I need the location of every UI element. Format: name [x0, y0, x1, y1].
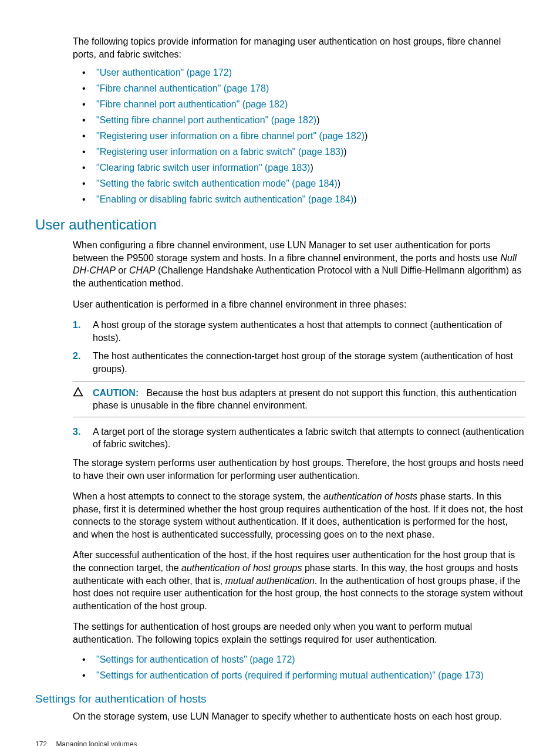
trailing-text: ) [338, 178, 340, 188]
subsection-heading-settings-hosts: Settings for authentication of hosts [35, 693, 525, 706]
step-text: The host authenticates the connection-ta… [93, 351, 513, 374]
topic-link[interactable]: "Setting fibre channel port authenticati… [96, 115, 316, 125]
list-item: 2.The host authenticates the connection-… [73, 350, 525, 375]
paragraph: When configuring a fibre channel environ… [73, 239, 525, 289]
trailing-text: ) [316, 115, 319, 125]
caution-callout: CAUTION: Because the host bus adapters a… [73, 382, 525, 417]
caution-text: Because the host bus adapters at present… [93, 388, 517, 411]
section-body: When configuring a fibre channel environ… [73, 239, 525, 680]
paragraph: The storage system performs user authent… [73, 457, 525, 482]
emphasis: mutual authentication [225, 576, 315, 586]
step-text: A host group of the storage system authe… [93, 320, 502, 343]
paragraph: When a host attempts to connect to the s… [73, 490, 525, 541]
text: When configuring a fibre channel environ… [73, 240, 500, 263]
topic-link[interactable]: "User authentication" (page 172) [96, 67, 232, 77]
topic-link[interactable]: "Fibre channel authentication" (page 178… [96, 83, 269, 93]
topic-link[interactable]: "Registering user information on a fibre… [96, 131, 365, 141]
topic-link[interactable]: "Clearing fabric switch user information… [96, 163, 310, 173]
subsection-body: On the storage system, use LUN Manager t… [73, 710, 525, 723]
emphasis: authentication of host groups [181, 563, 302, 573]
trailing-text: ) [365, 131, 367, 141]
paragraph: User authentication is performed in a fi… [73, 298, 525, 311]
text: or [116, 265, 129, 275]
paragraph: The settings for authentication of host … [73, 620, 525, 646]
list-item: 1.A host group of the storage system aut… [73, 319, 525, 344]
topic-link[interactable]: "Setting the fabric switch authenticatio… [96, 178, 338, 188]
ordered-list-phases: 1.A host group of the storage system aut… [73, 319, 525, 375]
list-item: "User authentication" (page 172) [82, 67, 525, 78]
list-item: "Setting fibre channel port authenticati… [82, 115, 525, 126]
step-number: 3. [73, 426, 80, 438]
topic-link-list: "User authentication" (page 172) "Fibre … [82, 67, 525, 205]
trailing-text: ) [343, 147, 346, 157]
list-item: "Registering user information on a fibre… [82, 131, 525, 141]
list-item: "Enabling or disabling fabric switch aut… [82, 194, 525, 205]
step-number: 2. [73, 350, 80, 363]
step-number: 1. [73, 319, 80, 332]
footer-title: Managing logical volumes [56, 740, 137, 746]
document-page: The following topics provide information… [0, 0, 560, 746]
list-item: "Clearing fabric switch user information… [82, 163, 525, 173]
topic-link[interactable]: "Fibre channel port authentication" (pag… [96, 99, 288, 109]
page-number: 172 [35, 740, 47, 746]
list-item: 3.A target port of the storage system au… [73, 426, 525, 451]
topic-link[interactable]: "Settings for authentication of ports (r… [96, 670, 484, 680]
list-item: "Fibre channel port authentication" (pag… [82, 99, 525, 110]
section-heading-user-authentication: User authentication [35, 217, 525, 233]
emphasis: authentication of hosts [323, 491, 417, 501]
sub-link-list: "Settings for authentication of hosts" (… [82, 654, 525, 681]
trailing-text: ) [310, 163, 313, 173]
list-item: "Fibre channel authentication" (page 178… [82, 83, 525, 94]
list-item: "Registering user information on a fabri… [82, 147, 525, 157]
text: When a host attempts to connect to the s… [73, 491, 323, 501]
topic-link[interactable]: "Enabling or disabling fabric switch aut… [96, 194, 353, 204]
paragraph: After successful authentication of the h… [73, 549, 525, 612]
emphasis: CHAP [129, 265, 155, 275]
intro-paragraph: The following topics provide information… [73, 35, 525, 60]
page-footer: 172 Managing logical volumes [35, 740, 525, 746]
list-item: "Settings for authentication of hosts" (… [82, 654, 525, 665]
caution-label: CAUTION: [93, 388, 139, 398]
list-item: "Setting the fabric switch authenticatio… [82, 178, 525, 189]
trailing-text: ) [353, 194, 356, 204]
topic-link[interactable]: "Settings for authentication of hosts" (… [96, 654, 295, 664]
topic-link[interactable]: "Registering user information on a fabri… [96, 147, 343, 157]
paragraph: On the storage system, use LUN Manager t… [73, 710, 525, 723]
ordered-list-phases-cont: 3.A target port of the storage system au… [73, 426, 525, 451]
step-text: A target port of the storage system auth… [93, 427, 524, 450]
caution-icon [73, 387, 83, 397]
list-item: "Settings for authentication of ports (r… [82, 670, 525, 681]
